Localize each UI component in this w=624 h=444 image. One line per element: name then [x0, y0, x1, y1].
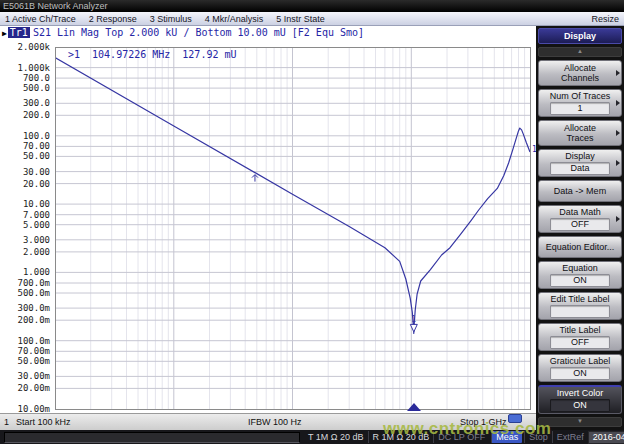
- softkey-label: Edit Title Label: [541, 294, 619, 304]
- y-axis-label: 20.00: [0, 179, 50, 189]
- marker-readout-label: >1: [68, 49, 80, 60]
- submenu-arrow-icon: [616, 100, 620, 106]
- dc-bias-status: DC LP OFF: [433, 431, 489, 443]
- softkey-value: ON: [550, 367, 610, 380]
- y-axis-label: 30.00: [0, 167, 50, 177]
- marker-readout-frequency: 104.97226 MHz: [92, 49, 170, 60]
- y-axis-label: 700.0m: [0, 278, 50, 288]
- menu-active-ch-trace[interactable]: 1 Active Ch/Trace: [5, 14, 76, 24]
- y-axis-label: 300.0: [0, 98, 50, 108]
- trace-active-indicator-icon: ▶: [2, 29, 7, 38]
- ext-ref-status: ExtRef: [552, 431, 588, 443]
- y-axis-label: 500.0m: [0, 288, 50, 298]
- equation-button[interactable]: EquationON: [538, 261, 622, 289]
- y-axis-label: 50.00: [0, 151, 50, 161]
- invert-color-button[interactable]: Invert ColorON: [538, 385, 622, 414]
- softkey-label: Allocate Channels: [541, 63, 619, 83]
- y-axis-label: 300.0m: [0, 303, 50, 313]
- data-math-button[interactable]: Data MathOFF: [538, 205, 622, 233]
- y-axis-label: 3.000: [0, 235, 50, 245]
- softkey-value: 1: [550, 102, 610, 115]
- allocate-channels-button[interactable]: Allocate Channels: [538, 60, 622, 86]
- y-axis-label: 100.0m: [0, 336, 50, 346]
- datetime-display: 2016-04-10 12:36: [588, 431, 624, 444]
- y-axis-label: 100.0: [0, 131, 50, 141]
- submenu-arrow-icon: [616, 216, 620, 222]
- marker-stimulus-indicator-icon[interactable]: [407, 403, 421, 411]
- menu-instr-state[interactable]: 5 Instr State: [276, 14, 325, 24]
- y-axis-label: 200.0m: [0, 315, 50, 325]
- softkey-label: Data Math: [541, 207, 619, 217]
- softkey-label: Num Of Traces: [541, 91, 619, 101]
- softkey-value: OFF: [550, 336, 610, 349]
- y-axis-label: 1.000: [0, 267, 50, 277]
- window-title: E5061B Network Analyzer: [3, 1, 108, 11]
- menu-bar: 1 Active Ch/Trace 2 Response 3 Stimulus …: [0, 12, 624, 26]
- menu-mkr-analysis[interactable]: 4 Mkr/Analysis: [205, 14, 264, 24]
- submenu-arrow-icon: [616, 70, 620, 76]
- meas-status-badge: Meas: [491, 431, 522, 443]
- port-t-status: T 1M Ω 20 dB: [304, 431, 368, 443]
- sweep-stop-value[interactable]: Stop 1 GHz: [460, 414, 507, 430]
- port-r-status: R 1M Ω 20 dB: [368, 431, 434, 443]
- status-bar: T 1M Ω 20 dB R 1M Ω 20 dB DC LP OFF Meas…: [0, 430, 624, 444]
- y-axis-label: 10.00: [0, 199, 50, 209]
- trace-status-text: S21 Lin Mag Top 2.000 kU / Bottom 10.00 …: [33, 27, 364, 38]
- plot-panel: ▶Tr1S21 Lin Mag Top 2.000 kU / Bottom 10…: [0, 26, 536, 430]
- softkey-value: OFF: [550, 218, 610, 231]
- trace-status-line[interactable]: ▶Tr1S21 Lin Mag Top 2.000 kU / Bottom 10…: [2, 27, 364, 38]
- softkey-label: Equation Editor...: [541, 242, 619, 252]
- display-data-button[interactable]: DisplayData: [538, 149, 622, 177]
- y-axis-label: 70.00: [0, 141, 50, 151]
- softkey-value: ON: [550, 274, 610, 287]
- y-axis-label: 30.00m: [0, 371, 50, 381]
- y-axis-label: 50.00m: [0, 356, 50, 366]
- menu-stimulus[interactable]: 3 Stimulus: [150, 14, 192, 24]
- trace-name-badge: Tr1: [8, 27, 30, 38]
- softkey-value: ON: [550, 399, 610, 412]
- softkey-value: [550, 305, 610, 318]
- y-axis-label: 1.000k: [0, 63, 50, 73]
- softkey-label: Invert Color: [541, 388, 619, 398]
- softkey-scroll-down[interactable]: ▼: [538, 417, 622, 427]
- softkey-label: Data -> Mem: [541, 186, 619, 196]
- window-title-bar[interactable]: E5061B Network Analyzer: [0, 0, 624, 12]
- softkey-label: Graticule Label: [541, 356, 619, 366]
- stimulus-axis-bar: 1 Start 100 kHz IFBW 100 Hz Stop 1 GHz: [0, 413, 536, 430]
- data-to-mem-button[interactable]: Data -> Mem: [538, 180, 622, 202]
- y-axis-label: 200.0: [0, 110, 50, 120]
- sweep-status: Stop: [524, 431, 552, 443]
- display-menu-header: Display: [538, 28, 622, 44]
- graticule-plot: 1: [55, 47, 531, 410]
- menu-resize[interactable]: Resize: [591, 14, 619, 24]
- softkey-menu: Display▲Allocate ChannelsNum Of Traces1A…: [536, 26, 624, 430]
- softkey-value: Data: [550, 162, 610, 175]
- title-label-button[interactable]: Title LabelOFF: [538, 323, 622, 351]
- softkey-label: Display: [541, 151, 619, 161]
- sweep-start-value[interactable]: Start 100 kHz: [16, 414, 71, 430]
- y-axis-label: 700.0: [0, 73, 50, 83]
- y-axis-label: 20.00m: [0, 383, 50, 393]
- status-message-area: [4, 432, 300, 443]
- submenu-arrow-icon: [616, 160, 620, 166]
- y-axis-label: 2.000k: [0, 42, 50, 52]
- ifbw-value[interactable]: IFBW 100 Hz: [248, 414, 302, 430]
- menu-response[interactable]: 2 Response: [89, 14, 137, 24]
- num-of-traces-button[interactable]: Num Of Traces1: [538, 89, 622, 117]
- graticule-label-button[interactable]: Graticule LabelON: [538, 354, 622, 382]
- softkey-label: Title Label: [541, 325, 619, 335]
- softkey-scroll-up[interactable]: ▲: [538, 47, 622, 57]
- y-axis-label: 7.000: [0, 210, 50, 220]
- allocate-traces-button[interactable]: Allocate Traces: [538, 120, 622, 146]
- equation-editor-button[interactable]: Equation Editor...: [538, 236, 622, 258]
- y-axis-label: 2.000: [0, 247, 50, 257]
- y-axis-label: 5.000: [0, 220, 50, 230]
- softkey-label: Allocate Traces: [541, 123, 619, 143]
- submenu-arrow-icon: [616, 130, 620, 136]
- svg-text:1: 1: [411, 315, 416, 324]
- marker-readout-value: 127.92 mU: [182, 49, 236, 60]
- edit-title-label-button[interactable]: Edit Title Label: [538, 292, 622, 320]
- marker-readout: >1104.97226 MHz127.92 mU: [68, 49, 249, 60]
- channel-number: 1: [4, 414, 9, 430]
- softkey-label: Equation: [541, 263, 619, 273]
